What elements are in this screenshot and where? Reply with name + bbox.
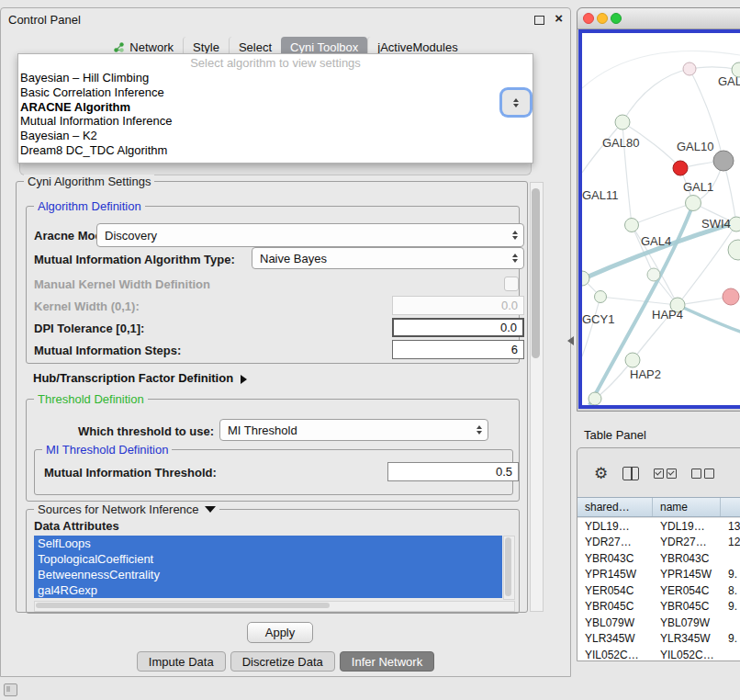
checkbox-empty-icon [691, 469, 701, 479]
deselect-all-icon[interactable] [691, 469, 714, 479]
hub-transcription-section[interactable]: Hub/Transcription Factor Definition [33, 371, 247, 385]
column-header[interactable]: name [653, 498, 721, 516]
expander-right-icon[interactable] [241, 375, 247, 384]
mi-steps-field[interactable]: 6 [392, 340, 524, 359]
table-row[interactable]: YLR345W YLR345W 9. [577, 631, 740, 648]
expander-down-icon[interactable] [205, 506, 216, 513]
list-item[interactable]: BetweennessCentrality [34, 567, 502, 582]
float-panel-icon[interactable] [534, 16, 544, 25]
network-node[interactable] [625, 219, 639, 232]
cell[interactable]: YBL079W [577, 616, 653, 629]
network-node[interactable] [728, 240, 740, 260]
restore-panel-icon[interactable] [4, 683, 17, 696]
network-node[interactable] [589, 392, 601, 405]
table-row[interactable]: YIL052C… YIL052C… [577, 647, 740, 660]
popup-item-selected[interactable]: ARACNE Algorithm [18, 100, 533, 115]
table-row[interactable]: YER054C YER054C 8. [577, 582, 740, 599]
table-row[interactable]: YBR045C YBR045C 9. [577, 599, 740, 615]
scrollbar-thumb[interactable] [532, 188, 540, 358]
network-node[interactable] [683, 62, 696, 75]
network-node[interactable] [595, 291, 607, 303]
popup-item[interactable]: Mutual Information Inference [18, 114, 533, 129]
network-node[interactable] [723, 288, 739, 305]
algorithm-definition-group: Algorithm Definition Aracne Mode: Discov… [26, 206, 520, 364]
aracne-mode-combobox[interactable]: Discovery [96, 223, 524, 247]
table-row[interactable]: YDR27… YDR27… 12 [577, 535, 740, 551]
column-header[interactable] [721, 498, 740, 516]
popup-item[interactable]: Dream8 DC_TDC Algorithm [18, 143, 533, 158]
tab-infer-network[interactable]: Infer Network [340, 651, 434, 672]
cell[interactable]: 8. [721, 584, 740, 597]
list-horizontal-scrollbar[interactable] [34, 601, 515, 612]
cell[interactable]: 9. [721, 632, 740, 645]
cell[interactable]: YDR27… [577, 536, 653, 548]
minimize-traffic-light[interactable] [597, 13, 608, 24]
close-icon[interactable]: × [555, 10, 563, 26]
popup-item[interactable]: Basic Correlation Inference [18, 85, 533, 100]
tab-discretize-data[interactable]: Discretize Data [230, 651, 335, 672]
zoom-traffic-light[interactable] [611, 13, 622, 24]
node-label: HAP2 [630, 367, 661, 381]
cell[interactable]: YBR045C [653, 600, 721, 613]
popup-item[interactable]: Bayesian – Hill Climbing [18, 71, 533, 85]
list-item[interactable]: SelfLoops [34, 536, 502, 551]
cell[interactable]: YIL052C… [653, 649, 721, 660]
gear-icon[interactable]: ⚙ [594, 466, 608, 481]
network-node[interactable] [713, 151, 734, 171]
mi-threshold-field[interactable]: 0.5 [387, 462, 519, 481]
cell[interactable]: YLR345W [653, 632, 721, 645]
cell[interactable]: 12 [721, 536, 740, 548]
network-canvas[interactable]: GAL80 GAL10 GAL11 GAL1 SWI4 GAL4 GCY1 HA… [582, 33, 740, 405]
cell[interactable]: YDL19… [653, 520, 721, 533]
cell[interactable]: YIL052C… [577, 649, 653, 660]
cell[interactable]: YDL19… [577, 520, 653, 533]
mi-algorithm-type-combobox[interactable]: Naive Bayes [252, 247, 524, 269]
which-threshold-combobox[interactable]: MI Threshold [219, 419, 488, 441]
scrollbar-thumb[interactable] [36, 603, 330, 608]
table-row[interactable]: YPR145W YPR145W 9. [577, 567, 740, 583]
cell[interactable]: YLR345W [577, 632, 653, 645]
close-traffic-light[interactable] [583, 13, 594, 24]
cell[interactable]: YER054C [577, 584, 653, 597]
list-item[interactable]: TopologicalCoefficient [34, 551, 502, 567]
cell[interactable]: YER054C [653, 584, 721, 597]
network-node[interactable] [647, 268, 660, 281]
select-all-icon[interactable] [654, 469, 677, 479]
network-node[interactable] [625, 353, 640, 367]
table-row[interactable]: YDL19… YDL19… 13 [577, 518, 740, 535]
columns-icon[interactable] [622, 467, 639, 480]
cell[interactable]: YBR043C [653, 552, 721, 565]
node-label: GAL80 [602, 136, 639, 150]
cell[interactable]: 9. [721, 568, 740, 581]
tab-impute-data[interactable]: Impute Data [137, 651, 226, 672]
cell[interactable]: 13 [721, 520, 740, 533]
apply-button[interactable]: Apply [247, 622, 313, 643]
mi-threshold-label: Mutual Information Threshold: [44, 466, 217, 480]
group-title: Cyni Algorithm Settings [24, 175, 154, 188]
cell[interactable]: YPR145W [653, 568, 721, 581]
data-attributes-list[interactable]: SelfLoops TopologicalCoefficient Between… [34, 536, 502, 598]
column-header[interactable]: shared… [577, 498, 653, 516]
algorithm-combobox-button[interactable] [502, 90, 530, 115]
list-vertical-scrollbar[interactable] [503, 536, 515, 600]
cell[interactable]: 9. [721, 600, 740, 613]
dpi-tolerance-field[interactable]: 0.0 [392, 318, 524, 337]
network-node[interactable] [729, 217, 740, 231]
network-node[interactable] [615, 115, 630, 130]
network-node[interactable] [686, 196, 701, 211]
cell[interactable]: YBL079W [653, 616, 721, 629]
cell[interactable]: YDR27… [653, 536, 721, 548]
splitter-collapse-icon[interactable] [567, 336, 574, 345]
scrollbar-thumb[interactable] [505, 537, 511, 596]
cell[interactable]: YBR043C [577, 552, 653, 565]
popup-item[interactable]: Bayesian – K2 [18, 129, 533, 143]
cell[interactable]: YBR045C [577, 600, 653, 613]
cell[interactable]: YPR145W [577, 568, 653, 581]
network-node[interactable] [673, 161, 688, 175]
list-item[interactable]: gal4RGexp [34, 582, 502, 598]
table-panel-window: ⚙ shared… name YDL19… YDL19… 13 YDR [577, 447, 740, 661]
settings-scrollbar[interactable] [530, 182, 544, 612]
table-row[interactable]: YBL079W YBL079W [577, 615, 740, 631]
network-window-titlebar[interactable] [577, 8, 740, 29]
table-row[interactable]: YBR043C YBR043C [577, 550, 740, 567]
